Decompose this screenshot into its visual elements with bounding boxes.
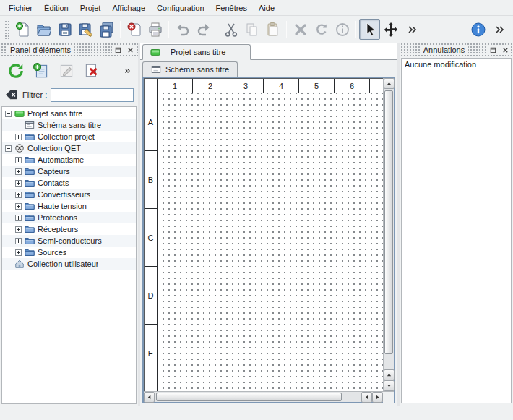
about-button[interactable] xyxy=(467,19,488,40)
expand-icon[interactable] xyxy=(15,215,22,221)
print-button[interactable] xyxy=(145,19,165,40)
tree-item-schema-sans-titre[interactable]: Schéma sans titre xyxy=(2,119,136,131)
tree-item-automatisme[interactable]: Automatisme xyxy=(2,154,136,166)
expand-icon[interactable] xyxy=(15,192,22,198)
rotate-selection-button[interactable] xyxy=(311,19,332,40)
copy-button[interactable] xyxy=(241,19,262,40)
vertical-scrollbar[interactable] xyxy=(383,78,394,391)
folder-blue-icon xyxy=(25,236,35,246)
toolbar-overflow-button[interactable] xyxy=(401,19,422,40)
menu-projet[interactable]: Projet xyxy=(74,1,107,14)
cut-button[interactable] xyxy=(220,19,241,40)
panel-toolbar-overflow-button[interactable] xyxy=(121,62,134,80)
save-button[interactable] xyxy=(54,19,75,40)
clear-filter-button[interactable] xyxy=(4,88,19,102)
toolbar-handle[interactable] xyxy=(4,20,9,39)
scroll-up-button[interactable] xyxy=(384,78,395,89)
elements-panel-header[interactable]: Panel d'éléments xyxy=(0,43,138,56)
pan-mode-button[interactable] xyxy=(380,19,401,40)
schema-tab-label: Schéma sans titre xyxy=(165,65,229,74)
expand-icon[interactable] xyxy=(15,157,22,163)
collapse-icon[interactable] xyxy=(5,111,12,117)
select-mode-button[interactable] xyxy=(359,19,380,40)
tree-item-convertisseurs[interactable]: Convertisseurs xyxy=(2,189,136,200)
tree-item-semi-conducteurs[interactable]: Semi-conducteurs xyxy=(2,235,136,247)
folder-blue-icon xyxy=(25,155,35,165)
horizontal-scrollbar[interactable] xyxy=(144,392,383,402)
tree-item-collection-projet[interactable]: Collection projet xyxy=(2,131,136,142)
horizontal-scroll-track[interactable] xyxy=(155,392,361,402)
tab-projet-sans-titre[interactable]: Projet sans titre xyxy=(142,44,251,60)
undo-button[interactable] xyxy=(172,19,193,40)
vertical-scroll-track[interactable] xyxy=(384,89,394,369)
diagram-grid-canvas[interactable] xyxy=(158,93,383,391)
scroll-left-button[interactable] xyxy=(144,392,155,403)
tree-item-projet-sans-titre[interactable]: Projet sans titre xyxy=(2,108,136,119)
menu-edition[interactable]: Édition xyxy=(38,1,74,14)
horizontal-scroll-thumb[interactable] xyxy=(156,393,342,401)
delete-element-button[interactable] xyxy=(80,59,103,82)
menu-configuration[interactable]: Configuration xyxy=(151,1,210,14)
expand-icon[interactable] xyxy=(15,168,22,175)
scroll-down-button[interactable] xyxy=(384,380,395,391)
float-panel-button[interactable] xyxy=(112,45,124,55)
reload-collections-button[interactable] xyxy=(4,59,27,82)
undo-dock-header[interactable]: Annulations xyxy=(400,43,513,56)
expand-icon[interactable] xyxy=(15,249,22,256)
expand-icon[interactable] xyxy=(15,180,22,187)
new-element-icon xyxy=(33,62,50,80)
elements-panel-dock: Panel d'éléments Filtrer : Projet sans t… xyxy=(0,43,140,406)
expand-icon[interactable] xyxy=(15,203,22,210)
tree-item-capteurs[interactable]: Capteurs xyxy=(2,166,136,177)
new-element-button[interactable] xyxy=(30,59,53,82)
close-project-button[interactable] xyxy=(124,19,145,40)
elements-panel-title: Panel d'éléments xyxy=(7,46,74,54)
tree-item-collection-utilisateur[interactable]: Collection utilisateur xyxy=(2,258,136,270)
menu-aide[interactable]: Aide xyxy=(253,1,280,14)
tree-item-haute-tension[interactable]: Haute tension xyxy=(2,200,136,212)
diagram-page[interactable]: 123456 ABCDE xyxy=(144,78,383,391)
tree-item-contacts[interactable]: Contacts xyxy=(2,177,136,189)
toolbar-separator xyxy=(120,21,121,38)
menu-fenetres[interactable]: Fenêtres xyxy=(210,1,253,14)
open-project-button[interactable] xyxy=(33,19,54,40)
help-info-blue-icon xyxy=(470,22,486,38)
scroll-right-button[interactable] xyxy=(372,392,383,403)
close-panel-button[interactable] xyxy=(124,45,136,55)
new-project-button[interactable] xyxy=(12,19,33,40)
redo-button[interactable] xyxy=(193,19,214,40)
filter-input[interactable] xyxy=(51,88,134,102)
expand-icon[interactable] xyxy=(15,238,22,244)
project-tab-bar: Projet sans titre xyxy=(140,43,397,60)
menu-affichage[interactable]: Affichage xyxy=(106,1,151,14)
scroll-left-button-right[interactable] xyxy=(361,392,372,403)
tree-item-label: Collection projet xyxy=(38,132,95,141)
vertical-scroll-thumb[interactable] xyxy=(384,90,393,354)
help-toolbar xyxy=(467,19,509,40)
expand-icon[interactable] xyxy=(15,226,22,233)
tree-item-collection-qet[interactable]: Collection QET xyxy=(2,142,136,154)
tab-schema-sans-titre[interactable]: Schéma sans titre xyxy=(142,61,238,77)
tree-item-label: Haute tension xyxy=(38,202,87,210)
tree-item-recepteurs[interactable]: Récepteurs xyxy=(2,223,136,235)
selection-properties-button[interactable] xyxy=(332,19,353,40)
paste-button[interactable] xyxy=(262,19,283,40)
tree-item-label: Collection utilisateur xyxy=(27,260,98,268)
edit-element-button[interactable] xyxy=(55,59,78,82)
new-file-icon xyxy=(15,22,31,38)
close-undo-button[interactable] xyxy=(499,45,511,55)
delete-selection-button[interactable] xyxy=(290,19,311,40)
toolbar-separator xyxy=(168,21,169,38)
collapse-icon[interactable] xyxy=(5,145,12,152)
save-all-button[interactable] xyxy=(96,19,117,40)
scroll-up-button-bottom[interactable] xyxy=(384,369,395,380)
save-as-button[interactable] xyxy=(75,19,96,40)
menu-fichier[interactable]: Fichier xyxy=(3,1,38,14)
tree-item-sources[interactable]: Sources xyxy=(2,247,136,258)
toolbar-button-groups xyxy=(12,19,422,40)
schema-sheet-icon xyxy=(25,120,35,130)
tree-item-protections[interactable]: Protections xyxy=(2,212,136,223)
help-overflow-button[interactable] xyxy=(488,19,509,40)
float-undo-button[interactable] xyxy=(487,45,499,55)
expand-icon[interactable] xyxy=(15,134,22,140)
